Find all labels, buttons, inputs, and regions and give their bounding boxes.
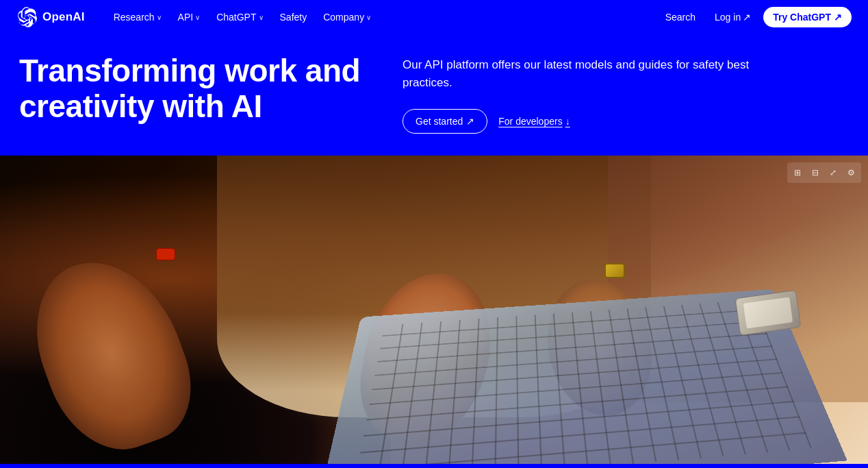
hero-description: Our API platform offers our latest model… (403, 56, 800, 93)
chatgpt-chevron-icon: ∨ (259, 14, 264, 21)
photo-red-watch (156, 248, 175, 260)
hero-photo (0, 156, 868, 464)
nav-item-company[interactable]: Company ∨ (316, 8, 378, 27)
get-started-arrow-icon: ↗ (466, 116, 474, 127)
nav-item-chatgpt[interactable]: ChatGPT ∨ (209, 8, 270, 27)
hero-right: Our API platform offers our latest model… (403, 53, 849, 134)
image-controls: ⊞ ⊟ ⤢ ⚙ (787, 162, 861, 183)
hero-left: Transforming work and creativity with AI (19, 53, 375, 124)
api-chevron-icon: ∨ (195, 14, 200, 21)
for-developers-arrow-icon: ↓ (565, 116, 570, 127)
try-chatgpt-button[interactable]: Try ChatGPT ↗ (763, 7, 852, 27)
expand-button[interactable]: ⤢ (825, 164, 841, 181)
nav-item-research[interactable]: Research ∨ (107, 8, 168, 27)
nav-links: Research ∨ API ∨ ChatGPT ∨ Safety Compan… (107, 8, 659, 27)
get-started-button[interactable]: Get started ↗ (403, 109, 487, 134)
brand-logo[interactable]: OpenAI (16, 7, 85, 27)
brand-name: OpenAI (42, 10, 85, 24)
hero-section: Transforming work and creativity with AI… (0, 34, 868, 156)
company-chevron-icon: ∨ (366, 14, 371, 21)
nav-right: Search Log in ↗ Try ChatGPT ↗ (659, 7, 852, 27)
try-arrow-icon: ↗ (834, 12, 842, 23)
hero-image-section: ⊞ ⊟ ⤢ ⚙ (0, 156, 868, 464)
login-arrow-icon: ↗ (743, 12, 751, 23)
single-view-button[interactable]: ⊟ (807, 164, 824, 181)
nav-item-api[interactable]: API ∨ (171, 8, 207, 27)
settings-button[interactable]: ⚙ (843, 164, 859, 181)
research-chevron-icon: ∨ (157, 14, 162, 21)
hero-buttons: Get started ↗ For developers ↓ (403, 109, 849, 134)
openai-logo-icon (16, 7, 37, 27)
for-developers-button[interactable]: For developers ↓ (498, 116, 570, 127)
login-button[interactable]: Log in ↗ (708, 8, 758, 27)
navbar: OpenAI Research ∨ API ∨ ChatGPT ∨ Safety… (0, 0, 868, 34)
nav-item-safety[interactable]: Safety (273, 8, 314, 27)
photo-yellow-watch (604, 263, 625, 278)
grid-view-button[interactable]: ⊞ (789, 164, 806, 181)
search-button[interactable]: Search (659, 8, 702, 27)
hero-headline: Transforming work and creativity with AI (19, 53, 375, 124)
